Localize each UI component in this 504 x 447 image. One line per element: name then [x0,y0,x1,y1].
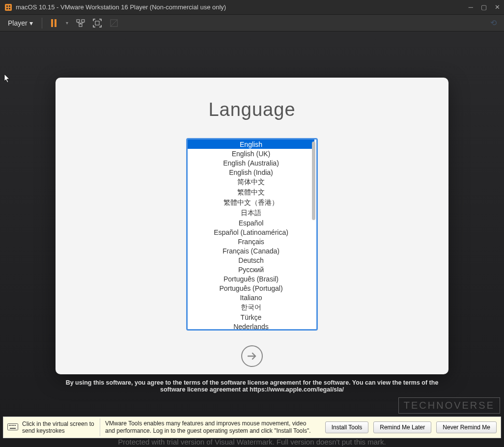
svg-rect-1 [6,5,8,7]
chevron-down-icon: ▾ [29,19,33,27]
minimize-button[interactable]: ─ [469,3,473,11]
player-menu-label: Player [8,19,28,27]
language-option[interactable]: 简体中文 [188,177,314,187]
window-title: macOS 10.15 - VMware Workstation 16 Play… [16,3,226,11]
fullscreen-button[interactable] [90,16,104,30]
install-tools-button[interactable]: Install Tools [325,421,368,433]
svg-rect-11 [8,423,18,430]
language-option[interactable]: Français (Canada) [188,246,314,255]
separator [100,419,100,436]
svg-rect-7 [79,24,82,27]
vmware-app-icon [4,3,13,12]
vm-guest-screen[interactable]: Language EnglishEnglish (UK)English (Aus… [0,31,504,447]
send-ctrl-alt-del-button[interactable] [74,16,87,30]
scrollbar-thumb[interactable] [312,141,315,220]
player-menu[interactable]: Player ▾ [4,18,37,28]
svg-rect-0 [5,4,12,11]
svg-rect-17 [10,428,16,429]
language-option[interactable]: Türkçe [188,312,314,322]
language-listbox[interactable]: EnglishEnglish (UK)English (Australia)En… [186,138,318,331]
svg-rect-13 [10,425,11,426]
keystroke-hint-text: Click in the virtual screen to send keys… [22,420,95,435]
close-button[interactable]: ✕ [495,3,500,11]
svg-rect-6 [82,20,84,22]
vmware-tools-text: VMware Tools enables many features and i… [105,420,316,435]
language-option[interactable]: Nederlands [188,322,314,329]
vmware-hint-bar: Click in the virtual screen to send keys… [3,417,501,438]
language-option[interactable]: Deutsch [188,255,314,265]
language-option[interactable]: Español [188,218,314,227]
remind-later-button[interactable]: Remind Me Later [373,421,431,433]
pause-icon [51,19,56,27]
arrow-right-icon [246,350,258,363]
language-option[interactable]: English [188,140,314,149]
network-icon [76,19,85,27]
fullscreen-icon [93,19,102,28]
svg-line-10 [111,20,117,27]
svg-rect-14 [12,425,13,426]
toolbar-separator [42,18,42,28]
language-option[interactable]: Português (Portugal) [188,283,314,293]
unity-icon [110,19,118,28]
power-dropdown[interactable]: ▾ [64,16,71,30]
svg-rect-4 [9,8,10,9]
svg-rect-3 [6,8,8,9]
unity-button[interactable] [107,16,121,30]
language-option[interactable]: 繁體中文（香港） [188,197,314,208]
svg-rect-5 [77,20,80,22]
continue-button[interactable] [241,345,263,367]
chevron-down-icon: ▾ [66,20,68,26]
keyboard-icon [7,423,18,432]
language-option[interactable]: English (India) [188,168,314,177]
never-remind-button[interactable]: Never Remind Me [436,421,497,433]
language-option[interactable]: English (Australia) [188,158,314,168]
macos-installer-panel: Language EnglishEnglish (UK)English (Aus… [56,78,448,374]
language-option[interactable]: Español (Latinoamérica) [188,227,314,237]
cycle-button[interactable]: ⟲ [486,16,500,30]
svg-rect-16 [15,425,16,426]
language-option[interactable]: Français [188,237,314,246]
mouse-cursor-icon [4,74,11,85]
window-controls: ─ ▢ ✕ [469,3,500,11]
language-option[interactable]: English (UK) [188,149,314,158]
language-option[interactable]: 日本語 [188,208,314,218]
language-option[interactable]: 한국어 [188,302,314,312]
maximize-button[interactable]: ▢ [481,3,487,11]
license-agreement-text: By using this software, you agree to the… [56,379,448,393]
svg-rect-2 [9,5,10,7]
toolbar: Player ▾ ▾ ⟲ [0,15,504,31]
language-option[interactable]: Italiano [188,293,314,302]
pause-button[interactable] [47,16,61,30]
cycle-icon: ⟲ [490,18,497,28]
svg-rect-15 [13,425,14,426]
language-option[interactable]: 繁體中文 [188,187,314,197]
svg-rect-8 [95,21,99,25]
titlebar: macOS 10.15 - VMware Workstation 16 Play… [0,0,504,15]
language-option[interactable]: Русский [188,265,314,274]
svg-rect-12 [9,425,10,426]
watermark-logo: TECHNOVERSE [398,397,500,414]
page-title: Language [208,99,295,120]
language-option[interactable]: Português (Brasil) [188,274,314,283]
